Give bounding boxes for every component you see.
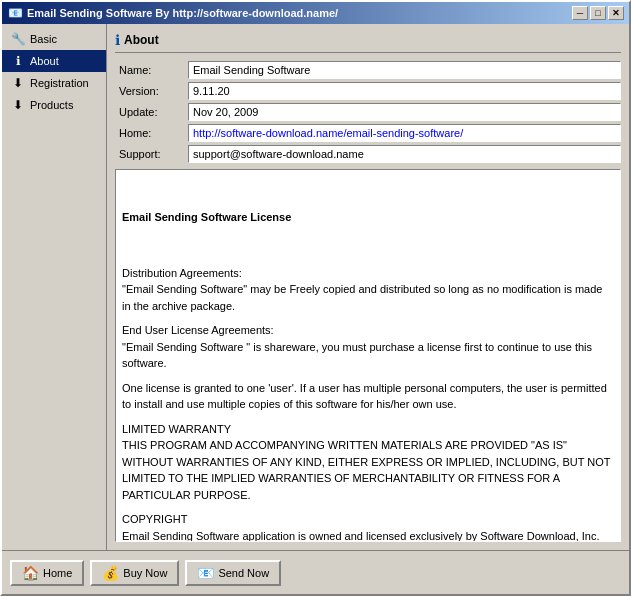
home-btn-icon: 🏠 [22, 565, 39, 581]
panel-header-title: About [124, 33, 159, 47]
sidebar-item-basic[interactable]: 🔧 Basic [2, 28, 106, 50]
buy-btn-icon: 💰 [102, 565, 119, 581]
label-name: Name: [115, 61, 185, 79]
sidebar: 🔧 Basic ℹ About ⬇ Registration ⬇ Product… [2, 24, 107, 550]
send-now-button[interactable]: 📧 Send Now [185, 560, 281, 586]
maximize-button[interactable]: □ [590, 6, 606, 20]
license-title: Email Sending Software License [122, 209, 614, 226]
home-btn-label: Home [43, 567, 72, 579]
window-icon: 📧 [7, 5, 23, 21]
send-btn-icon: 📧 [197, 565, 214, 581]
registration-icon: ⬇ [10, 75, 26, 91]
label-update: Update: [115, 103, 185, 121]
sidebar-item-about[interactable]: ℹ About [2, 50, 106, 72]
sidebar-item-registration[interactable]: ⬇ Registration [2, 72, 106, 94]
license-box: Email Sending Software License Distribut… [115, 169, 621, 542]
sidebar-item-products[interactable]: ⬇ Products [2, 94, 106, 116]
send-btn-label: Send Now [218, 567, 269, 579]
sidebar-label-about: About [30, 55, 59, 67]
sidebar-label-basic: Basic [30, 33, 57, 45]
value-version: 9.11.20 [188, 82, 621, 100]
sidebar-label-registration: Registration [30, 77, 89, 89]
value-name: Email Sending Software [188, 61, 621, 79]
panel-header-icon: ℹ [115, 32, 120, 48]
products-icon: ⬇ [10, 97, 26, 113]
buy-btn-label: Buy Now [123, 567, 167, 579]
close-button[interactable]: ✕ [608, 6, 624, 20]
title-bar-buttons: ─ □ ✕ [572, 6, 624, 20]
value-support: support@software-download.name [188, 145, 621, 163]
title-bar: 📧 Email Sending Software By http://softw… [2, 2, 629, 24]
window-title: Email Sending Software By http://softwar… [27, 7, 572, 19]
sidebar-label-products: Products [30, 99, 73, 111]
main-area: 🔧 Basic ℹ About ⬇ Registration ⬇ Product… [2, 24, 629, 550]
main-window: 📧 Email Sending Software By http://softw… [0, 0, 631, 596]
label-version: Version: [115, 82, 185, 100]
value-update: Nov 20, 2009 [188, 103, 621, 121]
value-home[interactable]: http://software-download.name/email-send… [188, 124, 621, 142]
footer: 🏠 Home 💰 Buy Now 📧 Send Now [2, 550, 629, 594]
right-panel: ℹ About Name: Email Sending Software Ver… [107, 24, 629, 550]
basic-icon: 🔧 [10, 31, 26, 47]
panel-header: ℹ About [115, 32, 621, 53]
buy-now-button[interactable]: 💰 Buy Now [90, 560, 179, 586]
about-icon: ℹ [10, 53, 26, 69]
info-grid: Name: Email Sending Software Version: 9.… [115, 61, 621, 163]
label-home: Home: [115, 124, 185, 142]
license-text-area[interactable]: Email Sending Software License Distribut… [116, 170, 620, 541]
label-support: Support: [115, 145, 185, 163]
minimize-button[interactable]: ─ [572, 6, 588, 20]
license-content: Distribution Agreements: "Email Sending … [122, 265, 614, 542]
window-content: 🔧 Basic ℹ About ⬇ Registration ⬇ Product… [2, 24, 629, 594]
home-button[interactable]: 🏠 Home [10, 560, 84, 586]
